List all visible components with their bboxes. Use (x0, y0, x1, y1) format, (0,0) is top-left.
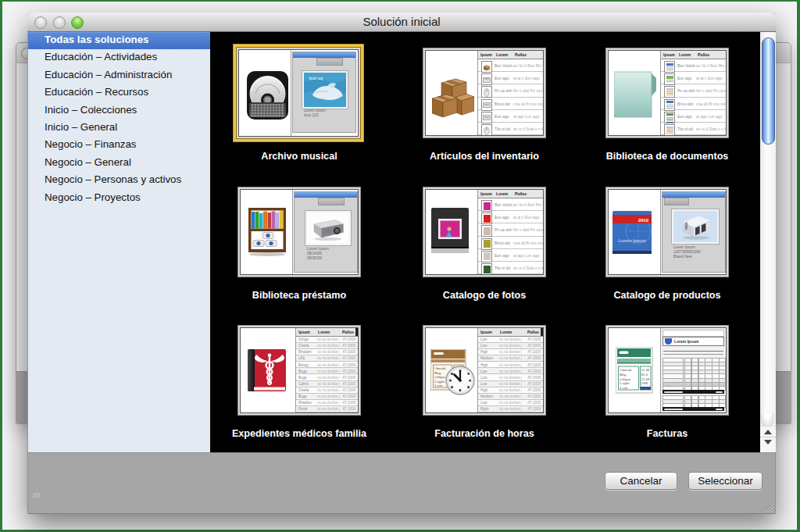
svg-text:e bfyaa: e bfyaa (620, 377, 631, 381)
svg-text:Lorem Ipsum: Lorem Ipsum (618, 238, 645, 243)
svg-text:82 4: 82 4 (641, 373, 648, 377)
svg-text:12 08: 12 08 (641, 377, 650, 381)
svg-text:Ipul uq: Ipul uq (309, 76, 323, 80)
svg-text:Mag: Mag (434, 371, 441, 375)
svg-text:1 cen: 1 cen (620, 386, 628, 390)
svg-text:1 cen: 1 cen (434, 384, 443, 387)
svg-text:2010: 2010 (638, 218, 649, 223)
svg-text:a bfyaa: a bfyaa (434, 375, 446, 379)
svg-text:Mog: Mog (620, 373, 627, 377)
svg-text:I bacob: I bacob (434, 366, 446, 370)
svg-text:5/98: 5/98 (641, 381, 648, 385)
svg-text:1 bacob: 1 bacob (620, 368, 632, 372)
svg-text:12 48: 12 48 (641, 368, 650, 372)
svg-text:2 agiln: 2 agiln (620, 381, 630, 385)
